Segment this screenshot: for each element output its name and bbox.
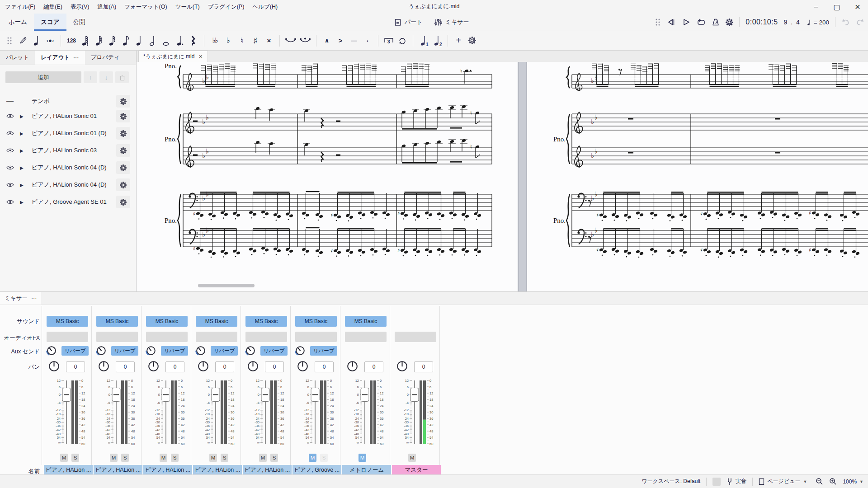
layout-row-instrument[interactable]: ▶ピアノ, HALion Sonic 04 (D) [0,159,136,176]
menu-6[interactable]: プラグイン(P) [204,0,249,14]
note-quarter-small-button[interactable] [30,33,43,48]
zoom-in-icon[interactable] [829,478,837,485]
menu-2[interactable]: 表示(V) [66,0,94,14]
playback-settings-gear-icon[interactable] [726,19,733,26]
volume-fader[interactable]: 1260-6-12-18-24-30-36-42-48-54-∞06121824… [292,376,340,449]
reverb-send-button[interactable]: リバーブ [260,346,288,356]
volume-fader[interactable]: 1260-6-12-18-24-30-36-42-48-54-∞06121824… [193,376,241,449]
note-whole-button[interactable] [160,33,173,48]
visibility-eye-icon[interactable] [0,131,20,136]
audio-fx-slot[interactable] [196,332,237,342]
overflow-menu-icon[interactable]: ··· [73,55,79,61]
aux-send-knob[interactable] [295,345,306,356]
volume-fader[interactable]: 1260-6-12-18-24-30-36-42-48-54-∞06121824… [93,376,141,449]
menu-1[interactable]: 編集(E) [39,0,66,14]
row-settings-gear-icon[interactable] [116,196,130,208]
staccato-button[interactable]: · [361,33,374,48]
panel-tab-0[interactable]: パレット [0,51,35,65]
note-8-button[interactable] [119,33,132,48]
channel-name[interactable]: マスター [392,465,441,475]
visibility-eye-icon[interactable] [0,165,20,170]
visibility-eye-icon[interactable] [0,182,20,188]
row-settings-gear-icon[interactable] [116,95,130,108]
aux-send-knob[interactable] [146,345,156,356]
reverb-send-button[interactable]: リバーブ [61,346,89,356]
parts-button[interactable]: パート [394,18,423,26]
reverb-send-button[interactable]: リバーブ [211,346,238,356]
expand-arrow-icon[interactable]: ▶ [20,200,32,205]
sound-select-button[interactable]: MS Basic [96,316,138,327]
audio-fx-slot[interactable] [96,332,138,342]
row-settings-gear-icon[interactable] [116,144,130,157]
note-input-mode-button[interactable]: ‹●› [44,33,57,48]
visibility-eye-icon[interactable] [0,199,20,205]
audio-fx-slot[interactable] [345,332,387,342]
slur-button[interactable] [298,33,312,48]
sound-select-button[interactable]: MS Basic [196,316,237,327]
swatch-button[interactable] [712,478,721,486]
pan-value-field[interactable]: 0 [414,361,433,372]
move-up-button[interactable]: ↑ [84,71,97,83]
row-settings-gear-icon[interactable] [116,110,130,122]
aux-send-knob[interactable] [46,345,57,356]
loop-button[interactable] [697,18,706,26]
double-flat-button[interactable]: ♭♭ [208,33,221,48]
pan-value-field[interactable]: 0 [116,361,135,372]
pan-value-field[interactable]: 0 [66,361,85,372]
audio-fx-slot[interactable] [47,332,88,342]
row-settings-gear-icon[interactable] [116,127,130,140]
row-settings-gear-icon[interactable] [116,178,130,191]
tenuto-button[interactable]: — [348,33,360,48]
flip-direction-button[interactable] [396,33,409,48]
expand-arrow-icon[interactable]: ▶ [20,114,32,119]
pan-value-field[interactable]: 0 [315,361,334,372]
expand-arrow-icon[interactable]: ▶ [20,148,32,153]
voice-2-button[interactable]: 2 [431,33,443,48]
layout-row-instrument[interactable]: ▶ピアノ, HALion Sonic 04 (D) [0,176,136,193]
tempo-display[interactable]: = 200 [807,19,829,26]
layout-row-instrument[interactable]: ▶ピアノ, HALion Sonic 01 [0,108,136,125]
volume-fader[interactable]: 1260-6-12-18-24-30-36-42-48-54-∞06121824… [143,376,191,449]
workspace-tab-0[interactable]: ホーム [2,14,34,31]
channel-name[interactable]: ピアノ, HALion ... [44,465,93,475]
volume-fader[interactable]: 1260-6-12-18-24-30-36-42-48-54-∞06121824… [242,376,290,449]
tuplet-button[interactable]: 3 [382,33,395,48]
note-32-button[interactable] [92,33,105,48]
redo-icon[interactable] [856,19,864,26]
overflow-menu-icon[interactable]: ··· [31,295,37,301]
aux-send-knob[interactable] [96,345,107,356]
sound-select-button[interactable]: MS Basic [295,316,337,327]
volume-fader[interactable]: 1260-6-12-18-24-30-36-42-48-54-∞06121824… [43,376,91,449]
mixer-tab[interactable]: ミキサー ··· [0,292,41,305]
close-icon[interactable]: ✕ [198,54,203,60]
sound-select-button[interactable]: MS Basic [47,316,88,327]
score-view[interactable]: ♭♭♮Pno.♭♭♭♭Pno.♮♮♭♭♭♭Pno.♯♯♯♯♯♯♭♭♭♭♭♭Pno… [137,62,868,291]
drag-handle-button[interactable] [3,33,16,48]
layout-row-instrument[interactable]: ▶ピアノ, Groove Agent SE 01 [0,193,136,211]
zoom-level-dropdown[interactable]: 100%▼ [843,479,863,485]
expand-arrow-icon[interactable]: ▶ [20,183,32,188]
mute-button[interactable]: M [359,454,366,462]
channel-name[interactable]: ピアノ, HALion ... [243,465,292,475]
metronome-button[interactable] [712,18,720,26]
rest-quarter-button[interactable] [187,33,200,48]
row-settings-gear-icon[interactable] [116,161,130,174]
solo-button[interactable]: S [171,454,179,462]
solo-button[interactable]: S [71,454,79,462]
expand-arrow-icon[interactable]: ▶ [20,131,32,136]
natural-button[interactable]: ♮ [236,33,248,48]
layout-row-instrument[interactable]: ▶ピアノ, HALion Sonic 03 [0,142,136,159]
menu-0[interactable]: ファイル(F) [1,0,39,14]
mute-button[interactable]: M [60,454,68,462]
workspace-tab-1[interactable]: スコア [34,14,66,31]
close-icon[interactable]: ✕ [847,0,868,14]
undo-icon[interactable] [841,19,850,26]
channel-name[interactable]: ピアノ, HALion ... [143,465,192,475]
pan-knob[interactable] [396,360,408,372]
reverb-send-button[interactable]: リバーブ [310,346,337,356]
menu-3[interactable]: 追加(A) [93,0,120,14]
mute-button[interactable]: M [160,454,167,462]
mute-button[interactable]: M [110,454,118,462]
zoom-out-icon[interactable] [816,478,823,485]
accent-button[interactable]: > [334,33,347,48]
